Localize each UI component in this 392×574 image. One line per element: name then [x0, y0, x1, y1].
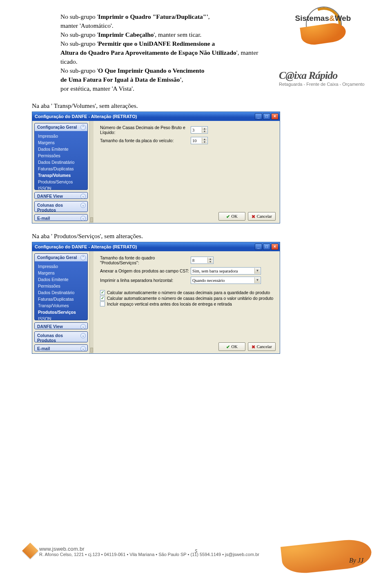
chevron-down-icon: ▼ — [254, 268, 260, 274]
sidebar-item[interactable]: Dados Destinatário — [38, 159, 86, 165]
field-value: 10 — [192, 138, 197, 143]
checkbox-row[interactable]: ✓ Calcular automaticamente o número de c… — [100, 290, 276, 295]
sidebar-item[interactable]: Transp/Volumes — [38, 172, 86, 179]
txt: ', manter sem ticar. — [154, 31, 202, 38]
txt: ', manter — [236, 49, 258, 56]
spin-down-icon[interactable]: ▼ — [202, 130, 207, 133]
sidebar-head-label: Configuração Geral — [37, 255, 77, 260]
sidebar-head[interactable]: Configuração Geral ⌃ — [35, 254, 87, 261]
button-label: Cancelar — [257, 344, 272, 349]
close-button[interactable]: × — [271, 113, 278, 120]
sidebar-item[interactable]: Permissões — [38, 152, 86, 159]
config-window: Configuração do DANFE - Alteração (RETRA… — [32, 112, 280, 223]
sidebar-item[interactable]: ISSQN — [38, 315, 86, 320]
maximize-button[interactable]: □ — [263, 243, 270, 250]
button-label: OK — [232, 214, 238, 219]
logo-title: C@ixa Rápido — [279, 69, 367, 82]
content-area: Tamanho da fonte do quadro "Produtos/Ser… — [94, 251, 280, 353]
sidebar-item[interactable]: Margens — [38, 139, 86, 146]
field-label: Número de Casas Decimais de Peso Bruto e… — [100, 125, 191, 135]
maximize-button[interactable]: □ — [263, 113, 270, 120]
logo-text: Sistemas — [295, 14, 329, 22]
field-value: 8 — [192, 258, 194, 263]
cancel-button[interactable]: ✖Cancelar — [248, 342, 276, 351]
check-icon: ✔ — [226, 344, 230, 349]
ok-button[interactable]: ✔OK — [218, 342, 245, 351]
checkbox-unchecked-icon[interactable] — [100, 302, 105, 306]
content-area: Número de Casas Decimais de Peso Bruto e… — [94, 121, 280, 223]
sidebar-item[interactable]: Impressão — [38, 133, 86, 139]
sidebar-head-label: DANFE View — [37, 324, 63, 329]
titlebar: Configuração do DANFE - Alteração (RETRA… — [32, 242, 280, 251]
sidebar-item[interactable]: Impressão — [38, 263, 86, 270]
minimize-button[interactable]: _ — [255, 243, 262, 250]
spin-up-icon[interactable]: ▲ — [202, 138, 207, 141]
txt-bold: Permitir que o UniDANFE Redimensione a — [98, 40, 215, 47]
sidebar-item[interactable]: Dados Emitente — [38, 276, 86, 283]
field-value: Quando necessário — [192, 278, 225, 283]
ok-button[interactable]: ✔OK — [218, 212, 245, 221]
txt: No sub-grupo ' — [60, 13, 98, 20]
page-number: 5 — [0, 548, 392, 554]
sidebar-panel-colunas[interactable]: Colunas dos Produtos⌄ — [34, 201, 88, 212]
chevron-down-icon: ⌄ — [80, 324, 86, 329]
checkbox-row[interactable]: ✓ Calcular automaticamente o número de c… — [100, 296, 276, 301]
sidebar-panel-danfe[interactable]: DANFE View⌄ — [34, 192, 88, 199]
separator-line-dropdown[interactable]: Quando necessário ▼ — [191, 277, 261, 284]
sidebar-item[interactable]: Margens — [38, 270, 86, 276]
sidebar-head-label: Colunas dos Produtos — [37, 333, 63, 342]
txt-bold: de Uma Fatura For Igual à Data de Emissã… — [60, 76, 182, 83]
sidebar-panel-danfe[interactable]: DANFE View⌄ — [34, 322, 88, 329]
cancel-button[interactable]: ✖Cancelar — [248, 212, 276, 221]
sidebar-panel-email[interactable]: E-mail⌄ — [34, 214, 88, 221]
txt-bold: Imprimir o Quadro "Fatura/Duplicata"' — [98, 13, 208, 20]
txt: No sub-grupo ' — [60, 67, 98, 74]
sidebar-head[interactable]: Configuração Geral ⌃ — [35, 123, 87, 131]
window-title: Configuração do DANFE - Alteração (RETRA… — [35, 114, 137, 119]
txt-bold: O Que Imprimir Quando o Vencimento — [98, 67, 204, 74]
sidebar-item[interactable]: ISSQN — [38, 185, 86, 190]
sidebar: Configuração Geral ⌃ ImpressãoMargensDad… — [32, 121, 89, 223]
section-heading-transp: Na aba ' Transp/Volumes', sem alterações… — [32, 102, 360, 109]
checkbox-checked-icon[interactable]: ✓ — [100, 290, 105, 295]
logo-text: Web — [335, 14, 351, 22]
sidebar-panel-colunas[interactable]: Colunas dos Produtos⌄ — [34, 331, 88, 342]
sidebar-item[interactable]: Produtos/Serviços — [38, 309, 86, 315]
decimals-spinner[interactable]: 3 ▲▼ — [191, 126, 208, 134]
sidebar-item[interactable]: Faturas/Duplicatas — [38, 296, 86, 302]
logo-subtitle: Retaguarda - Frente de Caixa - Orçamento — [279, 82, 367, 87]
sidebar-panel-email[interactable]: E-mail⌄ — [34, 344, 88, 351]
checkbox-row[interactable]: Incluir espaço vertical extra antes dos … — [100, 302, 276, 306]
spin-up-icon[interactable]: ▲ — [202, 127, 207, 130]
close-button[interactable]: × — [271, 243, 278, 250]
sidebar-item[interactable]: Dados Emitente — [38, 146, 86, 152]
font-size-spinner[interactable]: 8 ▲▼ — [191, 257, 214, 264]
font-size-spinner[interactable]: 10 ▲▼ — [191, 137, 208, 144]
sidebar-item[interactable]: Dados Destinatário — [38, 289, 86, 296]
checkbox-label: Calcular automaticamente o número de cas… — [107, 290, 270, 295]
chevron-up-icon: ⌃ — [80, 255, 86, 260]
minimize-button[interactable]: _ — [255, 113, 262, 120]
sidebar-head-label: DANFE View — [37, 194, 63, 199]
checkbox-checked-icon[interactable]: ✓ — [100, 296, 105, 301]
sidebar-scrollbar[interactable] — [89, 251, 94, 353]
section-heading-produtos: Na aba ' Produtos/Serviços', sem alteraç… — [32, 232, 360, 240]
spin-up-icon[interactable]: ▲ — [207, 257, 213, 260]
sidebar-item[interactable]: Permissões — [38, 283, 86, 289]
sidebar-item[interactable]: Produtos/Serviços — [38, 179, 86, 185]
chevron-down-icon: ⌄ — [80, 333, 86, 338]
sidebar-item[interactable]: Faturas/Duplicatas — [38, 165, 86, 172]
sidebar-panel-geral: Configuração Geral ⌃ ImpressãoMargensDad… — [34, 123, 88, 190]
chevron-up-icon: ⌃ — [80, 125, 86, 130]
spin-down-icon[interactable]: ▼ — [207, 260, 213, 263]
txt: No sub-grupo ' — [60, 31, 98, 38]
chevron-down-icon: ⌄ — [80, 346, 86, 351]
sidebar-item[interactable]: Transp/Volumes — [38, 302, 86, 309]
config-window: Configuração do DANFE - Alteração (RETRA… — [32, 242, 280, 354]
sidebar-head-label: Colunas dos Produtos — [37, 203, 63, 212]
txt-bold: Altura do Quadro Para Aproveitamento de … — [60, 49, 236, 56]
sidebar-scrollbar[interactable] — [89, 121, 94, 223]
spin-down-icon[interactable]: ▼ — [202, 141, 207, 143]
origin-cst-dropdown[interactable]: Sim, sem barra separadora ▼ — [191, 267, 261, 275]
titlebar: Configuração do DANFE - Alteração (RETRA… — [32, 112, 280, 121]
